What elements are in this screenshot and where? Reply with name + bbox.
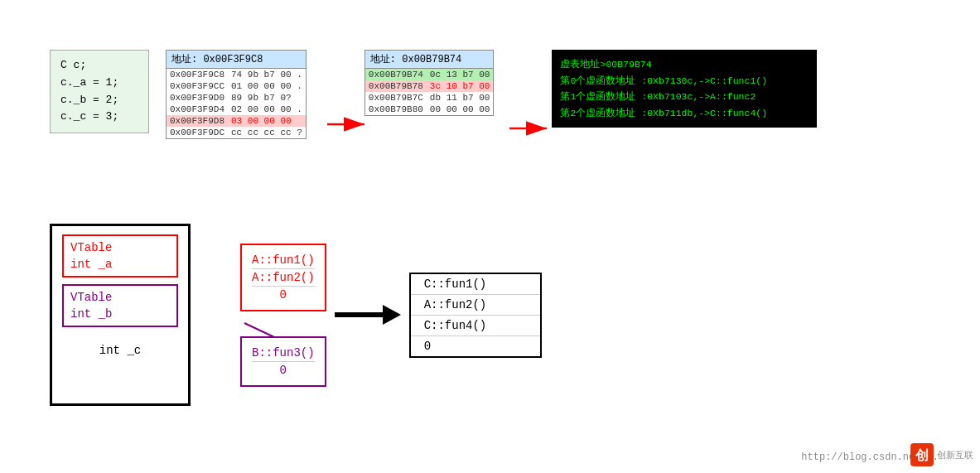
top-section: C c; c._a = 1; c._b = 2; c._c = 3; 地址: 0…: [50, 50, 817, 139]
info-line-3: 第2个虚函数地址 :0Xb711db,->C::func4(): [560, 105, 809, 122]
mem2-row-1: 0x00B79B78 3c 10 b7 00: [365, 80, 494, 92]
svg-marker-5: [383, 305, 401, 325]
big-arrow-container: [335, 298, 401, 331]
code-box: C c; c._a = 1; c._b = 2; c._c = 3;: [50, 50, 149, 133]
memory-box-1: 地址: 0x00F3F9C8 0x00F3F9C8 74 9b b7 00 . …: [166, 50, 307, 139]
info-line-1: 第0个虚函数地址 :0Xb7130c,->C::func1(): [560, 73, 809, 89]
b-section: VTable int _b: [62, 284, 178, 327]
mem2-row-3: 0x00B79B80 00 00 00 00: [365, 104, 494, 115]
code-line-1: C c;: [60, 57, 138, 75]
logo-text: 创新互联: [937, 449, 973, 461]
svg-text:创: 创: [915, 448, 929, 464]
logo-icon: 创: [910, 443, 934, 466]
mem1-row-1: 0x00F3F9CC 01 00 00 00 .: [167, 80, 306, 92]
mem2-row-0: 0x00B79B74 0c 13 b7 00: [365, 69, 494, 80]
mem2-header: 地址: 0x00B79B74: [365, 51, 494, 69]
bottom-section: VTable int _a VTable int _b int _c A::fu…: [50, 224, 542, 406]
final-entry-2: C::fun4(): [411, 316, 540, 336]
memory-box-2: 地址: 0x00B79B74 0x00B79B74 0c 13 b7 00 0x…: [364, 50, 495, 116]
mem1-row-5: 0x00F3F9DC cc cc cc cc ?: [167, 127, 306, 138]
code-line-2: c._a = 1;: [60, 75, 138, 92]
final-entry-0: C::fun1(): [411, 274, 540, 295]
mem1-row-0: 0x00F3F9C8 74 9b b7 00 .: [167, 69, 306, 80]
vtable-purple: B::fun3() 0: [240, 336, 326, 387]
vtable-red-entry-0: A::fun1(): [252, 252, 315, 269]
mem1-header: 地址: 0x00F3F9C8: [167, 51, 306, 69]
final-vtable: C::fun1() A::fun2() C::fun4() 0: [409, 273, 542, 358]
int-c-label: int _c: [62, 344, 178, 357]
vtable-area: A::fun1() A::fun2() 0 B::fun3() 0: [240, 244, 326, 387]
vtable-purple-entry-0: B::fun3(): [252, 345, 315, 362]
logo-area: 创 创新互联: [910, 443, 973, 466]
vtable-red-entry-1: A::fun2(): [252, 269, 315, 287]
mem1-row-3: 0x00F3F9D4 02 00 00 00 .: [167, 104, 306, 115]
vtable-red: A::fun1() A::fun2() 0: [240, 244, 326, 311]
code-line-4: c._c = 3;: [60, 109, 138, 126]
final-entry-1: A::fun2(): [411, 295, 540, 316]
int-b-label: int _b: [70, 306, 170, 322]
vtable-a-label: VTable: [70, 239, 170, 256]
info-line-2: 第1个虚函数地址 :0Xb7103c,->A::func2: [560, 89, 809, 105]
info-box: 虚表地址>00B79B74 第0个虚函数地址 :0Xb7130c,->C::fu…: [552, 50, 817, 128]
info-line-0: 虚表地址>00B79B74: [560, 56, 809, 73]
big-arrow-icon: [335, 298, 401, 331]
a-section: VTable int _a: [62, 234, 178, 278]
mem2-row-2: 0x00B79B7C db 11 b7 00: [365, 92, 494, 104]
code-line-3: c._b = 2;: [60, 92, 138, 109]
mem1-row-4: 0x00F3F9D8 03 00 00 00: [167, 115, 306, 127]
vtable-red-entry-2: 0: [252, 287, 315, 303]
object-box: VTable int _a VTable int _b int _c: [50, 224, 191, 406]
final-entry-3: 0: [411, 336, 540, 356]
vtable-purple-entry-1: 0: [252, 362, 315, 379]
vtable-b-label: VTable: [70, 289, 170, 306]
mem1-row-2: 0x00F3F9D0 89 9b b7 0?: [167, 92, 306, 104]
int-a-label: int _a: [70, 256, 170, 273]
